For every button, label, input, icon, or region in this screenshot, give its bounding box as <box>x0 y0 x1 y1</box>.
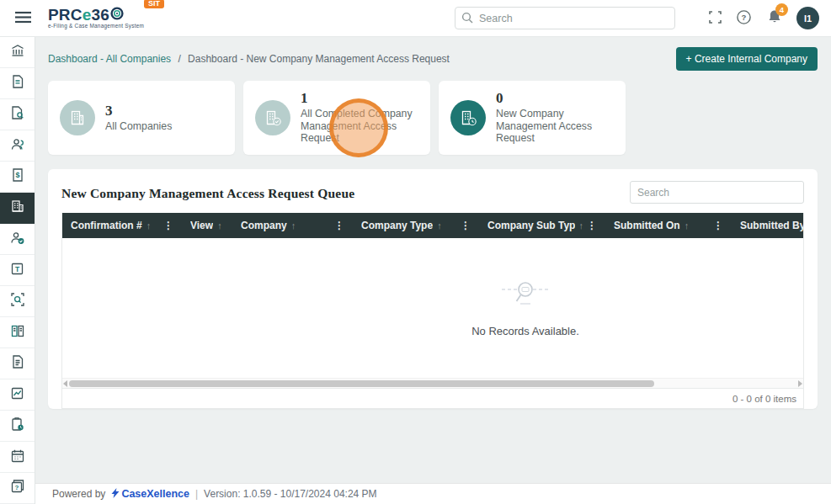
chart-icon <box>10 386 24 404</box>
breadcrumb-separator: / <box>178 53 180 65</box>
notification-count-badge: 4 <box>775 3 788 16</box>
column-header-submitted-by[interactable]: Submitted By <box>732 213 804 238</box>
stat-value: 1 <box>301 91 420 107</box>
column-header-confirmation[interactable]: Confirmation # ↑ ⋮ <box>62 213 182 238</box>
queue-title: New Company Management Access Request Qu… <box>61 181 354 201</box>
menu-toggle-button[interactable] <box>12 8 35 29</box>
sidebar-item-user-verification[interactable] <box>0 224 35 255</box>
sort-asc-icon[interactable]: ↑ <box>146 220 152 231</box>
global-search <box>455 7 675 29</box>
scroll-right-icon[interactable] <box>798 380 802 387</box>
scroll-left-icon[interactable] <box>63 380 67 387</box>
sidebar-item-tasks[interactable] <box>0 411 35 442</box>
fullscreen-button[interactable] <box>709 11 722 26</box>
no-records-icon <box>498 279 552 311</box>
sidebar-item-reports[interactable] <box>0 379 35 411</box>
column-menu-icon[interactable]: ⋮ <box>583 220 600 231</box>
column-header-company-type[interactable]: Company Type ↑ ⋮ <box>353 213 479 238</box>
stat-card-all-companies[interactable]: 3 All Companies <box>48 81 235 155</box>
grid-empty-body: No Records Available. <box>62 238 804 378</box>
stat-label: All Companies <box>105 120 172 133</box>
notifications-button[interactable]: 4 <box>768 9 781 27</box>
powered-by-label: Powered by <box>52 488 105 500</box>
bank-icon <box>10 43 25 61</box>
scan-search-icon <box>10 292 25 310</box>
help-button[interactable]: ? <box>737 10 751 27</box>
column-header-view[interactable]: View ↑ <box>182 213 232 238</box>
stat-label: All Completed Company Management Access … <box>301 108 420 145</box>
sidebar-item-companies[interactable] <box>0 193 35 224</box>
queue-search-input[interactable] <box>630 181 804 204</box>
sidebar-item-templates[interactable]: T <box>0 255 35 286</box>
stat-card-new-requests[interactable]: 0 New Company Management Access Request <box>439 81 626 155</box>
sort-asc-icon[interactable]: ↑ <box>685 220 690 231</box>
fullscreen-icon <box>709 11 722 26</box>
column-menu-icon[interactable]: ⋮ <box>331 220 348 231</box>
document-search-icon <box>10 105 24 124</box>
create-internal-company-button[interactable]: + Create Internal Company <box>676 47 818 71</box>
company-building-clock-icon <box>450 100 486 135</box>
company-building-icon <box>10 199 25 217</box>
users-icon <box>10 137 25 155</box>
queue-grid: Confirmation # ↑ ⋮ View ↑ Company ↑ ⋮ <box>61 213 804 409</box>
stat-label: New Company Management Access Request <box>496 108 615 145</box>
breadcrumb: Dashboard - All Companies / Dashboard - … <box>48 53 450 65</box>
environment-badge: SIT <box>144 0 164 8</box>
column-header-company-sub-type[interactable]: Company Sub Type ↑ ⋮ <box>479 213 605 238</box>
main-content: Dashboard - All Companies / Dashboard - … <box>35 37 831 504</box>
sidebar-item-help-docs[interactable]: ? <box>0 473 35 504</box>
pager-info: 0 - 0 of 0 items <box>732 394 796 404</box>
column-menu-icon[interactable]: ⋮ <box>710 220 727 231</box>
column-header-company[interactable]: Company ↑ ⋮ <box>232 213 353 238</box>
global-search-input[interactable] <box>455 7 675 29</box>
sidebar-item-institution[interactable] <box>0 37 35 68</box>
document-question-icon: ? <box>10 479 25 497</box>
svg-text:?: ? <box>14 484 19 491</box>
sidebar-item-calendar[interactable] <box>0 442 35 473</box>
company-building-check-icon <box>255 100 290 135</box>
sidebar-item-ledger[interactable] <box>0 317 35 348</box>
text-template-icon: T <box>10 262 24 279</box>
sort-asc-icon[interactable]: ↑ <box>437 220 442 231</box>
casexellence-bolt-icon <box>111 488 120 501</box>
logo-tagline: e-Filing & Case Management System <box>48 24 144 29</box>
app-window: SIT PRCe36 e-Filing & Case Management Sy… <box>0 0 831 504</box>
queue-panel: New Company Management Access Request Qu… <box>48 169 818 409</box>
sidebar-item-case-search[interactable] <box>0 99 35 130</box>
user-check-icon <box>10 231 25 248</box>
breadcrumb-current: Dashboard - New Company Management Acces… <box>188 53 450 65</box>
sort-asc-icon[interactable]: ↑ <box>217 220 222 231</box>
stat-card-completed-requests[interactable]: 1 All Completed Company Management Acces… <box>243 81 430 155</box>
breadcrumb-link[interactable]: Dashboard - All Companies <box>48 53 171 65</box>
search-icon <box>461 12 473 27</box>
svg-text:T: T <box>15 264 20 273</box>
sidebar-item-invoices[interactable]: $ <box>0 162 35 193</box>
horizontal-scrollbar <box>62 378 803 388</box>
column-menu-icon[interactable]: ⋮ <box>160 220 177 231</box>
version-info: Version: 1.0.59 - 10/17/2024 04:24 PM <box>204 488 376 500</box>
grid-header-row: Confirmation # ↑ ⋮ View ↑ Company ↑ ⋮ <box>62 213 804 238</box>
avatar[interactable]: I1 <box>796 7 819 29</box>
clipboard-clock-icon <box>10 416 24 435</box>
app-footer: Powered by CaseXellence | Version: 1.0.5… <box>35 483 831 504</box>
empty-message: No Records Available. <box>471 325 579 337</box>
calendar-icon <box>10 448 25 466</box>
stat-value: 3 <box>105 103 172 119</box>
top-bar: SIT PRCe36 e-Filing & Case Management Sy… <box>0 0 831 37</box>
scrollbar-thumb[interactable] <box>69 380 654 387</box>
sidebar-item-filings[interactable] <box>0 68 35 99</box>
app-logo: SIT PRCe36 e-Filing & Case Management Sy… <box>48 7 144 29</box>
sidebar: $ T ? <box>0 37 35 504</box>
help-icon: ? <box>737 10 751 27</box>
svg-text:$: $ <box>15 171 19 179</box>
casexellence-link[interactable]: CaseXellence <box>111 488 189 501</box>
sidebar-item-users[interactable] <box>0 130 35 162</box>
sort-asc-icon[interactable]: ↑ <box>291 220 296 231</box>
grid-pager: 0 - 0 of 0 items <box>62 388 803 408</box>
column-menu-icon[interactable]: ⋮ <box>457 220 474 231</box>
company-building-icon <box>60 100 95 135</box>
column-header-submitted-on[interactable]: Submitted On ↑ ⋮ <box>605 213 732 238</box>
stat-value: 0 <box>496 91 615 107</box>
sidebar-item-documents[interactable] <box>0 348 35 379</box>
sidebar-item-inspection[interactable] <box>0 286 35 317</box>
